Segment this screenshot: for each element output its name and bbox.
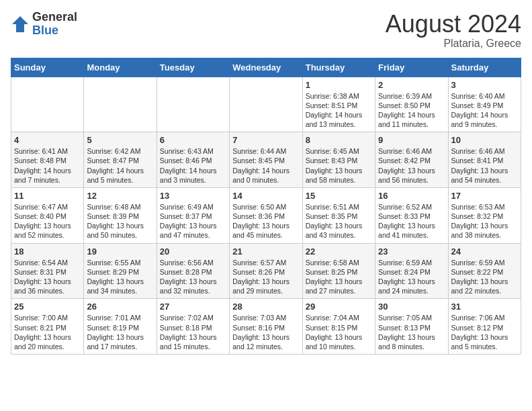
day-number: 6 (160, 135, 226, 145)
logo-text: General Blue (32, 11, 77, 38)
day-info: Sunrise: 6:59 AM Sunset: 8:22 PM Dayligh… (451, 258, 518, 296)
calendar-cell: 13Sunrise: 6:49 AM Sunset: 8:37 PM Dayli… (157, 187, 229, 243)
day-info: Sunrise: 6:48 AM Sunset: 8:39 PM Dayligh… (87, 202, 153, 240)
day-info: Sunrise: 6:46 AM Sunset: 8:42 PM Dayligh… (378, 146, 445, 185)
logo-icon (11, 15, 30, 34)
calendar-cell: 20Sunrise: 6:56 AM Sunset: 8:28 PM Dayli… (157, 243, 229, 299)
calendar-table: SundayMondayTuesdayWednesdayThursdayFrid… (11, 58, 521, 355)
day-number: 21 (232, 246, 299, 257)
day-number: 20 (160, 246, 226, 257)
calendar-cell: 14Sunrise: 6:50 AM Sunset: 8:36 PM Dayli… (230, 187, 302, 243)
day-number: 26 (87, 302, 153, 312)
day-number: 25 (14, 302, 81, 312)
calendar-cell: 24Sunrise: 6:59 AM Sunset: 8:22 PM Dayli… (448, 243, 521, 299)
calendar-cell: 22Sunrise: 6:58 AM Sunset: 8:25 PM Dayli… (302, 243, 375, 299)
day-number: 18 (14, 246, 81, 257)
day-info: Sunrise: 6:39 AM Sunset: 8:50 PM Dayligh… (378, 91, 445, 130)
day-info: Sunrise: 6:58 AM Sunset: 8:25 PM Dayligh… (306, 258, 372, 296)
logo-blue-text: Blue (32, 24, 77, 38)
day-info: Sunrise: 7:04 AM Sunset: 8:15 PM Dayligh… (306, 313, 372, 351)
calendar-cell: 10Sunrise: 6:46 AM Sunset: 8:41 PM Dayli… (448, 132, 521, 188)
day-info: Sunrise: 6:42 AM Sunset: 8:47 PM Dayligh… (87, 146, 153, 185)
day-number: 30 (378, 302, 445, 312)
day-info: Sunrise: 6:52 AM Sunset: 8:33 PM Dayligh… (378, 202, 445, 240)
day-number: 11 (14, 191, 81, 201)
main-title: August 2024 (386, 11, 521, 38)
day-info: Sunrise: 6:45 AM Sunset: 8:43 PM Dayligh… (306, 146, 372, 185)
day-number: 17 (451, 191, 518, 201)
calendar-cell: 31Sunrise: 7:06 AM Sunset: 8:12 PM Dayli… (448, 299, 521, 355)
day-number: 2 (378, 80, 445, 90)
day-number: 14 (232, 191, 299, 201)
day-info: Sunrise: 7:02 AM Sunset: 8:18 PM Dayligh… (160, 313, 226, 351)
day-info: Sunrise: 7:00 AM Sunset: 8:21 PM Dayligh… (14, 313, 81, 351)
day-info: Sunrise: 6:57 AM Sunset: 8:26 PM Dayligh… (232, 258, 299, 296)
calendar-cell: 17Sunrise: 6:53 AM Sunset: 8:32 PM Dayli… (448, 187, 521, 243)
day-number: 3 (451, 80, 518, 90)
calendar-cell: 12Sunrise: 6:48 AM Sunset: 8:39 PM Dayli… (84, 187, 157, 243)
day-number: 29 (306, 302, 372, 312)
calendar-week-row: 18Sunrise: 6:54 AM Sunset: 8:31 PM Dayli… (11, 243, 521, 299)
day-number: 8 (306, 135, 372, 145)
calendar-cell: 21Sunrise: 6:57 AM Sunset: 8:26 PM Dayli… (230, 243, 302, 299)
day-number: 1 (306, 80, 372, 90)
calendar-header-thursday: Thursday (302, 58, 375, 77)
calendar-week-row: 4Sunrise: 6:41 AM Sunset: 8:48 PM Daylig… (11, 132, 521, 188)
calendar-cell: 29Sunrise: 7:04 AM Sunset: 8:15 PM Dayli… (302, 299, 375, 355)
day-info: Sunrise: 7:05 AM Sunset: 8:13 PM Dayligh… (378, 313, 445, 351)
calendar-cell: 30Sunrise: 7:05 AM Sunset: 8:13 PM Dayli… (375, 299, 448, 355)
day-info: Sunrise: 6:54 AM Sunset: 8:31 PM Dayligh… (14, 258, 81, 296)
logo: General Blue (11, 11, 77, 38)
day-number: 5 (87, 135, 153, 145)
calendar-cell (157, 77, 229, 132)
calendar-cell: 18Sunrise: 6:54 AM Sunset: 8:31 PM Dayli… (11, 243, 84, 299)
calendar-header-sunday: Sunday (11, 58, 84, 77)
calendar-cell: 16Sunrise: 6:52 AM Sunset: 8:33 PM Dayli… (375, 187, 448, 243)
day-info: Sunrise: 6:40 AM Sunset: 8:49 PM Dayligh… (451, 91, 518, 130)
day-number: 12 (87, 191, 153, 201)
calendar-cell: 27Sunrise: 7:02 AM Sunset: 8:18 PM Dayli… (157, 299, 229, 355)
svg-marker-0 (12, 16, 28, 32)
header: General Blue August 2024 Plataria, Greec… (11, 11, 521, 50)
calendar-header-wednesday: Wednesday (230, 58, 302, 77)
calendar-cell: 9Sunrise: 6:46 AM Sunset: 8:42 PM Daylig… (375, 132, 448, 188)
day-info: Sunrise: 6:41 AM Sunset: 8:48 PM Dayligh… (14, 146, 81, 185)
day-number: 13 (160, 191, 226, 201)
calendar-cell: 4Sunrise: 6:41 AM Sunset: 8:48 PM Daylig… (11, 132, 84, 188)
calendar-cell: 25Sunrise: 7:00 AM Sunset: 8:21 PM Dayli… (11, 299, 84, 355)
day-number: 15 (306, 191, 372, 201)
day-info: Sunrise: 6:53 AM Sunset: 8:32 PM Dayligh… (451, 202, 518, 240)
calendar-cell: 26Sunrise: 7:01 AM Sunset: 8:19 PM Dayli… (84, 299, 157, 355)
day-number: 16 (378, 191, 445, 201)
calendar-cell (230, 77, 302, 132)
day-info: Sunrise: 6:47 AM Sunset: 8:40 PM Dayligh… (14, 202, 81, 240)
calendar-cell: 8Sunrise: 6:45 AM Sunset: 8:43 PM Daylig… (302, 132, 375, 188)
calendar-cell: 6Sunrise: 6:43 AM Sunset: 8:46 PM Daylig… (157, 132, 229, 188)
calendar-header-row: SundayMondayTuesdayWednesdayThursdayFrid… (11, 58, 521, 77)
calendar-cell: 23Sunrise: 6:59 AM Sunset: 8:24 PM Dayli… (375, 243, 448, 299)
calendar-week-row: 25Sunrise: 7:00 AM Sunset: 8:21 PM Dayli… (11, 299, 521, 355)
subtitle: Plataria, Greece (386, 38, 521, 50)
day-number: 19 (87, 246, 153, 257)
day-info: Sunrise: 6:44 AM Sunset: 8:45 PM Dayligh… (232, 146, 299, 185)
day-number: 7 (232, 135, 299, 145)
day-info: Sunrise: 6:38 AM Sunset: 8:51 PM Dayligh… (306, 91, 372, 130)
calendar-cell: 3Sunrise: 6:40 AM Sunset: 8:49 PM Daylig… (448, 77, 521, 132)
calendar-header-tuesday: Tuesday (157, 58, 229, 77)
day-number: 27 (160, 302, 226, 312)
calendar-cell: 19Sunrise: 6:55 AM Sunset: 8:29 PM Dayli… (84, 243, 157, 299)
calendar-header-friday: Friday (375, 58, 448, 77)
day-info: Sunrise: 6:55 AM Sunset: 8:29 PM Dayligh… (87, 258, 153, 296)
calendar-week-row: 1Sunrise: 6:38 AM Sunset: 8:51 PM Daylig… (11, 77, 521, 132)
day-info: Sunrise: 6:43 AM Sunset: 8:46 PM Dayligh… (160, 146, 226, 185)
calendar-cell: 15Sunrise: 6:51 AM Sunset: 8:35 PM Dayli… (302, 187, 375, 243)
calendar-cell (84, 77, 157, 132)
day-number: 24 (451, 246, 518, 257)
calendar-cell (11, 77, 84, 132)
day-info: Sunrise: 7:03 AM Sunset: 8:16 PM Dayligh… (232, 313, 299, 351)
calendar-header-monday: Monday (84, 58, 157, 77)
calendar-cell: 1Sunrise: 6:38 AM Sunset: 8:51 PM Daylig… (302, 77, 375, 132)
day-number: 9 (378, 135, 445, 145)
calendar-cell: 11Sunrise: 6:47 AM Sunset: 8:40 PM Dayli… (11, 187, 84, 243)
title-area: August 2024 Plataria, Greece (386, 11, 521, 50)
